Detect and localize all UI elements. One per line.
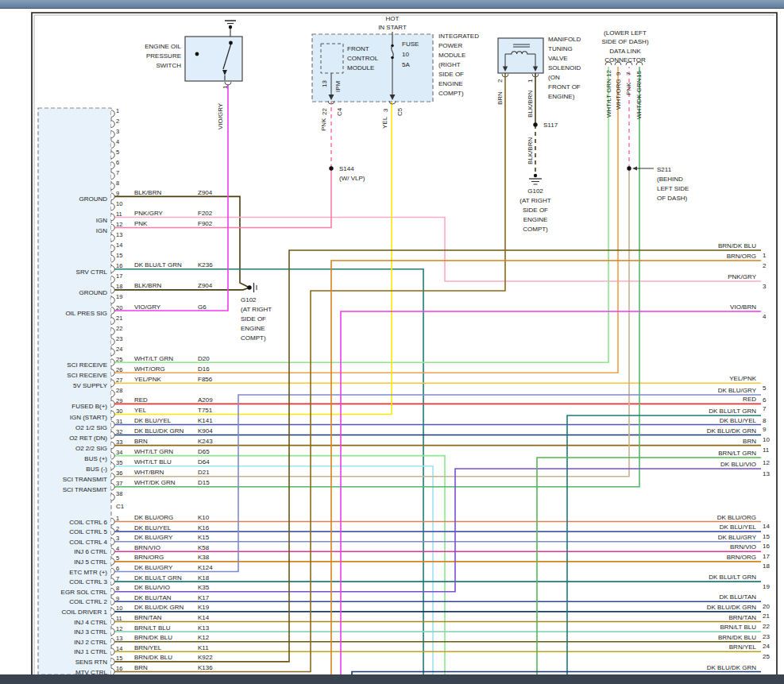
svg-text:S144: S144 bbox=[339, 165, 354, 172]
svg-text:(AT RIGHT: (AT RIGHT bbox=[519, 197, 550, 204]
pin-number: 8 bbox=[116, 180, 119, 187]
fcm-label: FRONT bbox=[347, 45, 369, 52]
circuit-code: Z904 bbox=[198, 282, 213, 289]
pcm-c1-connector-label: C1 bbox=[116, 503, 125, 510]
pin-function-label: SCI TRANSMIT bbox=[63, 476, 107, 483]
svg-text:SOLENOID: SOLENOID bbox=[548, 64, 581, 71]
pin-number: 25 bbox=[116, 356, 122, 363]
wires bbox=[114, 67, 761, 674]
svg-text:CONNECTOR: CONNECTOR bbox=[604, 56, 646, 64]
pin-function-label: COIL CTRL 6 bbox=[69, 519, 107, 526]
pin-number: 9 bbox=[116, 190, 119, 197]
pin-function-label: SCI RECEIVE bbox=[67, 361, 107, 369]
svg-text:IN START: IN START bbox=[378, 24, 407, 31]
circuit-code: K38 bbox=[198, 554, 210, 561]
exit-wire-name: VIO/BRN bbox=[730, 303, 756, 311]
wire-name: BLK/BRN bbox=[527, 137, 534, 164]
pin-terminal bbox=[111, 131, 114, 138]
svg-text:OF DASH): OF DASH) bbox=[657, 195, 688, 202]
splice-s117: S117 bbox=[533, 122, 558, 129]
pin-terminal bbox=[111, 484, 114, 491]
integrated-power-module: HOT IN START FRONT CONTROL MODULE FUSE 1… bbox=[312, 15, 479, 131]
exit-wire-name: DK BLU/GRY bbox=[718, 534, 757, 541]
svg-text:10: 10 bbox=[402, 51, 409, 58]
pin-terminal bbox=[111, 558, 114, 566]
pin-terminal bbox=[111, 162, 114, 169]
pin-number: 12 bbox=[116, 221, 122, 228]
right-exit-labels: BRN/DK BLU1BRN/ORG2PNK/GRY3VIO/BRN4YEL/P… bbox=[707, 242, 770, 680]
svg-text:7: 7 bbox=[625, 71, 632, 75]
mtv-label: MANIFOLD bbox=[548, 36, 581, 43]
pin-terminal bbox=[111, 473, 114, 481]
svg-text:ENGINE: ENGINE bbox=[241, 325, 265, 332]
data-link-connector: (LOWER LEFT SIDE OF DASH) DATA LINK CONN… bbox=[601, 29, 648, 119]
wire-color-name: BRN bbox=[134, 664, 148, 671]
wire-color-name: PNK bbox=[134, 220, 148, 227]
pin-terminal bbox=[111, 307, 114, 315]
svg-text:POWER: POWER bbox=[438, 42, 462, 49]
pin-function-label: GROUND bbox=[79, 289, 107, 296]
pin-terminal bbox=[111, 528, 114, 535]
pin-number: 33 bbox=[116, 439, 122, 446]
pin-function-label: ETC MTR (+) bbox=[69, 569, 107, 576]
splice-dot bbox=[627, 166, 631, 170]
pin-terminal bbox=[111, 349, 114, 356]
exit-wire-name: BRN/ORG bbox=[727, 253, 756, 260]
pin-function-label: INJ 1 CTRL bbox=[74, 648, 107, 655]
pin-function-label: COIL CTRL 3 bbox=[69, 578, 107, 585]
pin-function-label: COIL DRIVER 1 bbox=[62, 609, 108, 616]
pin-number: 3 bbox=[116, 128, 119, 135]
svg-text:PRESSURE: PRESSURE bbox=[146, 52, 181, 60]
svg-text:SWITCH: SWITCH bbox=[156, 62, 181, 69]
exit-number: 8 bbox=[763, 417, 767, 424]
wire-color-name: VIO/GRY bbox=[134, 303, 161, 311]
circuit-code: F202 bbox=[198, 210, 213, 217]
pin-number: 14 bbox=[116, 645, 122, 652]
exit-number: 2 bbox=[763, 262, 767, 269]
wire bbox=[114, 168, 629, 477]
wire-color-name: DK BLU/YEL bbox=[134, 417, 172, 424]
wire-name: WHT/DK GRN bbox=[635, 78, 643, 119]
exit-wire-name: BRN/TAN bbox=[728, 614, 756, 621]
wire-color-name: BRN/DK BLU bbox=[134, 634, 172, 641]
exit-wire-name: BRN/DK BLU bbox=[718, 242, 756, 249]
exit-number: 10 bbox=[763, 436, 770, 443]
splice-dot bbox=[329, 166, 333, 170]
pin-terminal bbox=[111, 183, 114, 190]
pin-number: 3 bbox=[116, 535, 119, 542]
pin-number: 10 bbox=[116, 605, 122, 612]
wire-name: WHT/ORG bbox=[615, 79, 622, 110]
exit-wire-name: BRN/LT BLU bbox=[720, 624, 757, 631]
exit-wire-name: BRN/ORG bbox=[727, 554, 756, 561]
wire bbox=[114, 84, 228, 311]
exit-number: 15 bbox=[763, 533, 770, 540]
svg-text:FRONT OF: FRONT OF bbox=[548, 83, 581, 91]
pin-number: 15 bbox=[116, 655, 122, 662]
exit-number: 24 bbox=[763, 643, 770, 650]
pin-number: 14 bbox=[116, 242, 122, 249]
circuit-code: F856 bbox=[198, 376, 213, 383]
wire-color-name: PNK/GRY bbox=[134, 210, 164, 217]
wire-color-name: BRN/YEL bbox=[134, 644, 162, 651]
pin-number: 19 bbox=[116, 293, 122, 300]
circuit-code: K14 bbox=[198, 614, 210, 621]
exit-number: 9 bbox=[763, 426, 767, 433]
wire-color-name: DK BLU/LT GRN bbox=[134, 261, 182, 269]
wire-color-name: BRN/DK BLU bbox=[134, 654, 172, 661]
pin-terminal bbox=[111, 255, 114, 262]
pin-terminal bbox=[111, 224, 114, 231]
switch-wire-name: VIO/GRY bbox=[217, 102, 224, 129]
exit-wire-name: DK BLU/YEL bbox=[720, 417, 757, 424]
pin-terminal bbox=[111, 193, 114, 200]
svg-text:15: 15 bbox=[635, 71, 643, 78]
exit-number: 22 bbox=[763, 623, 770, 630]
wire-name: PNK bbox=[625, 82, 632, 95]
pin-terminal bbox=[111, 568, 114, 575]
pin-function-label: O2 2/2 SIG bbox=[75, 445, 107, 452]
wire-color-name: BRN/ORG bbox=[134, 554, 164, 561]
pin-terminal bbox=[111, 234, 114, 242]
circuit-code: D20 bbox=[198, 355, 210, 362]
wiring-diagram-window: ENGINE OIL PRESSURE SWITCH 1 VIO/GRY HOT… bbox=[0, 0, 784, 684]
pin-terminal bbox=[111, 648, 114, 655]
pin-number: 35 bbox=[116, 459, 122, 466]
